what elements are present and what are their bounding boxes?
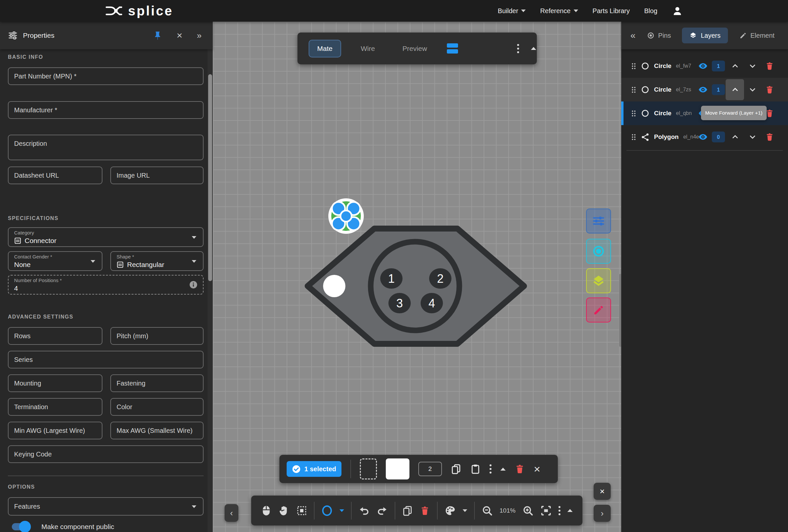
collapse-toolbar-icon[interactable] [567, 509, 573, 512]
zoom-out-icon[interactable] [482, 505, 493, 516]
color-field[interactable]: Color [110, 398, 203, 416]
panel-nudge-left-button[interactable]: ‹ [224, 504, 238, 522]
close-selection-icon[interactable]: × [534, 464, 540, 475]
keying-code-field[interactable]: Keying Code [8, 445, 203, 463]
preview-mode-button[interactable]: Preview [395, 40, 435, 57]
drag-handle-icon[interactable] [631, 62, 636, 70]
marquee-select-icon[interactable] [296, 506, 307, 516]
shape-select[interactable]: Shape * Rectangular [110, 251, 203, 271]
move-backward-button[interactable] [746, 133, 759, 141]
delete-layer-button[interactable] [764, 132, 775, 141]
more-options-icon[interactable] [490, 464, 492, 474]
collapse-bar-icon[interactable] [500, 468, 506, 471]
min-awg-field[interactable]: Min AWG (Largest Wire) [8, 422, 102, 439]
rows-field[interactable]: Rows [8, 327, 102, 345]
nav-parts-library[interactable]: Parts Library [593, 7, 630, 15]
zoom-in-icon[interactable] [523, 505, 534, 516]
move-backward-button[interactable] [746, 62, 759, 70]
make-public-toggle[interactable] [12, 523, 30, 530]
stroke-width-input[interactable] [418, 462, 442, 476]
ellipse-tool-icon[interactable] [321, 505, 333, 516]
pins-tool-button[interactable] [586, 239, 611, 264]
redo-icon[interactable] [377, 505, 388, 516]
tab-pins[interactable]: Pins [644, 27, 674, 43]
features-select[interactable]: Features [8, 497, 203, 516]
manufacturer-field[interactable]: Manufacturer * [8, 101, 203, 119]
undo-icon[interactable] [358, 505, 370, 516]
more-options-icon[interactable] [517, 44, 519, 53]
delete-icon[interactable] [420, 506, 430, 516]
layers-tool-button[interactable] [586, 268, 611, 293]
drag-handle-icon[interactable] [631, 110, 636, 117]
stroke-color-swatch[interactable] [360, 458, 377, 479]
layer-row[interactable]: Polygon el_n4e 0 [621, 125, 788, 149]
nav-blog[interactable]: Blog [644, 7, 657, 15]
max-awg-field[interactable]: Max AWG (Smallest Wire) [110, 422, 203, 439]
part-number-field[interactable]: Part Number (MPN) * [8, 67, 203, 85]
fill-color-swatch[interactable] [386, 458, 410, 479]
tab-layers[interactable]: Layers [682, 27, 728, 43]
collapse-toolbar-icon[interactable] [531, 47, 536, 50]
description-field[interactable]: Description [8, 135, 203, 160]
mounting-field[interactable]: Mounting [8, 374, 102, 392]
close-canvas-button[interactable]: × [594, 483, 611, 500]
number-of-positions-field[interactable]: Number of Positions * 4 [8, 275, 203, 295]
info-icon[interactable] [189, 280, 198, 289]
wire-mode-button[interactable]: Wire [353, 40, 383, 57]
delete-layer-button[interactable] [764, 85, 775, 94]
edit-tool-button[interactable] [586, 297, 611, 322]
user-avatar-icon[interactable] [672, 5, 683, 16]
layer-row[interactable]: Circle el_7zs 1 [621, 78, 788, 101]
copy-icon[interactable] [402, 506, 413, 516]
splice-logo[interactable]: splice [104, 0, 173, 22]
collapse-panel-icon[interactable]: « [630, 31, 636, 40]
visibility-icon[interactable] [698, 85, 708, 95]
move-forward-button[interactable] [729, 62, 742, 70]
pitch-field[interactable]: Pitch (mm) [110, 327, 203, 345]
properties-tool-button[interactable] [586, 209, 611, 234]
drag-handle-icon[interactable] [631, 133, 636, 141]
termination-field[interactable]: Termination [8, 398, 102, 416]
close-panel-icon[interactable]: × [177, 31, 182, 40]
delete-layer-button[interactable] [764, 61, 775, 71]
collapse-panel-icon[interactable]: » [197, 31, 202, 40]
connector-body[interactable]: 1 2 3 4 [308, 229, 524, 344]
views-icon[interactable] [447, 43, 458, 54]
category-select[interactable]: Category Connector [8, 227, 203, 247]
nav-builder[interactable]: Builder [498, 7, 526, 15]
pin-panel-icon[interactable] [153, 31, 162, 40]
layer-row[interactable]: Circle el_fw7 1 [621, 54, 788, 78]
editor-canvas[interactable]: 1 2 3 4 [213, 22, 621, 532]
shape-tool-dropdown-icon[interactable] [339, 509, 344, 512]
pan-hand-icon[interactable] [278, 505, 290, 516]
more-options-icon[interactable] [558, 506, 560, 515]
palette-dropdown-icon[interactable] [462, 509, 467, 512]
paste-icon[interactable] [470, 464, 481, 474]
series-field[interactable]: Series [8, 351, 203, 369]
drag-handle-icon[interactable] [631, 86, 636, 94]
tab-element[interactable]: Element [736, 27, 778, 43]
zoom-level[interactable]: 101% [500, 507, 516, 514]
mate-mode-button[interactable]: Mate [309, 40, 341, 57]
panel-nudge-right-button[interactable]: › [594, 505, 611, 522]
fastening-field[interactable]: Fastening [110, 374, 203, 392]
fit-to-screen-icon[interactable] [540, 505, 552, 516]
move-forward-button[interactable] [729, 85, 742, 94]
image-url-field[interactable]: Image URL [110, 166, 203, 184]
visibility-icon[interactable] [698, 61, 708, 71]
move-backward-button[interactable] [746, 85, 759, 94]
contact-gender-select[interactable]: Contact Gender * None [8, 251, 102, 271]
move-forward-button[interactable] [729, 133, 742, 141]
wire-bundle-element[interactable] [328, 198, 364, 234]
visibility-icon[interactable] [698, 132, 708, 142]
datasheet-url-field[interactable]: Datasheet URL [8, 166, 102, 184]
properties-scrollbar[interactable] [208, 49, 213, 532]
mouse-tool-icon[interactable] [261, 505, 272, 516]
delete-icon[interactable] [514, 464, 525, 474]
palette-icon[interactable] [445, 505, 456, 516]
selection-count-pill[interactable]: 1 selected [287, 461, 341, 477]
copy-icon[interactable] [451, 464, 461, 474]
selection-bar: 1 selected × [279, 455, 558, 483]
nav-reference[interactable]: Reference [540, 7, 578, 15]
mounting-hole[interactable] [323, 275, 346, 297]
